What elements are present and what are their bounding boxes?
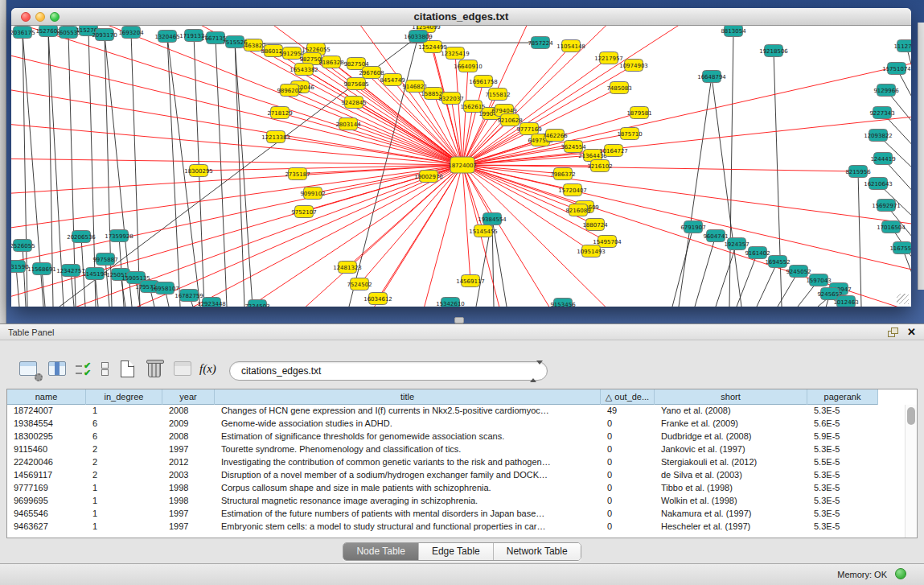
trash-icon[interactable]: [148, 359, 169, 380]
table-cell[interactable]: 2008: [162, 405, 215, 418]
table-cell[interactable]: 2003: [162, 469, 215, 482]
table-cell[interactable]: 0: [601, 521, 655, 534]
table-cell[interactable]: 1998: [162, 482, 215, 495]
table-cell[interactable]: Jankovic et al. (1997): [655, 443, 807, 456]
graph-node[interactable]: 1244419: [870, 153, 895, 165]
graph-node[interactable]: 9752107: [291, 206, 316, 218]
column-header-indegree[interactable]: in_degree: [86, 389, 162, 405]
graph-node[interactable]: 11568691: [27, 263, 56, 275]
table-cell[interactable]: Changes of HCN gene expression and I(f) …: [215, 405, 601, 418]
graph-node[interactable]: 2718129: [267, 107, 292, 119]
table-cell[interactable]: 0: [601, 456, 655, 469]
close-panel-icon[interactable]: ✕: [907, 326, 916, 338]
graph-node[interactable]: 16034612: [363, 293, 392, 305]
graph-node[interactable]: 9153456: [550, 299, 576, 307]
network-canvas[interactable]: 7463822886012859129541522605598275081654…: [11, 26, 911, 307]
table-cell[interactable]: 0: [601, 508, 655, 521]
table-cell[interactable]: Disruption of a novel member of a sodium…: [215, 469, 601, 482]
graph-node[interactable]: 2803144: [335, 118, 361, 130]
graph-node[interactable]: 7515526: [222, 36, 248, 48]
graph-node[interactable]: 16640910: [454, 60, 483, 72]
column-header-pagerank[interactable]: pagerank: [807, 389, 878, 405]
table-cell[interactable]: 0: [601, 469, 655, 482]
graph-node[interactable]: 8322037: [438, 93, 463, 105]
table-cell[interactable]: Dudbridge et al. (2008): [655, 431, 807, 443]
table-cell[interactable]: Genome-wide association studies in ADHD.: [215, 418, 601, 431]
network-view-window[interactable]: citations_edges.txt 74638228860128591295…: [11, 8, 911, 307]
table-cell[interactable]: 1997: [162, 443, 215, 456]
function-icon[interactable]: f(x): [199, 359, 220, 380]
graph-node[interactable]: 18300295: [184, 165, 213, 177]
table-cell[interactable]: Yano et al. (2008): [655, 405, 807, 418]
graph-node[interactable]: 1112753: [893, 40, 911, 52]
graph-node[interactable]: 19384554: [478, 213, 507, 225]
graph-node[interactable]: 2526055: [11, 240, 35, 252]
table-cell[interactable]: Tourette syndrome. Phenomenology and cla…: [215, 443, 601, 456]
table-cell[interactable]: 9463627: [7, 521, 86, 534]
table-cell[interactable]: 9699695: [7, 495, 86, 508]
graph-node[interactable]: 2093170: [92, 29, 117, 41]
table-cell[interactable]: 1: [86, 508, 162, 521]
graph-node[interactable]: 1694552: [765, 256, 790, 268]
table-cell[interactable]: Nakamura et al. (1997): [655, 508, 807, 521]
table-cell[interactable]: Wolkin et al. (1998): [655, 495, 807, 508]
graph-node[interactable]: 16961758: [469, 76, 498, 88]
table-row[interactable]: 1938455462009Genome-wide association stu…: [7, 418, 878, 431]
table-scrollbar[interactable]: [905, 405, 917, 538]
graph-node[interactable]: 9242845: [341, 97, 366, 109]
graph-node[interactable]: 6791907: [680, 221, 705, 233]
table-cell[interactable]: 1997: [162, 521, 215, 534]
graph-node[interactable]: 7986372: [550, 168, 575, 180]
table-cell[interactable]: 5.3E-5: [807, 469, 878, 482]
table-cell[interactable]: Structural magnetic resonance image aver…: [215, 495, 601, 508]
table-cell[interactable]: 0: [601, 482, 655, 495]
graph-node[interactable]: 9129966: [873, 84, 899, 97]
graph-node[interactable]: 8454749: [380, 74, 405, 86]
graph-node[interactable]: 12342757: [56, 265, 85, 277]
table-row[interactable]: 946362711997Embryonic stem cells: a mode…: [7, 521, 878, 534]
table-cell[interactable]: 1997: [162, 508, 215, 521]
column-header-short[interactable]: short: [655, 389, 807, 405]
graph-node[interactable]: 1879581: [626, 107, 651, 119]
table-cell[interactable]: 1: [86, 405, 162, 418]
table-cell[interactable]: 0: [601, 443, 655, 456]
table-cell[interactable]: Embryonic stem cells: a model to study s…: [215, 521, 601, 534]
table-cell[interactable]: 2: [86, 456, 162, 469]
column-header-outde[interactable]: △ out_de...: [601, 389, 655, 405]
table-cell[interactable]: de Silva et al. (2003): [655, 469, 807, 482]
graph-node[interactable]: 9227343: [869, 107, 894, 119]
table-cell[interactable]: 2: [86, 443, 162, 456]
graph-node[interactable]: 17359928: [105, 230, 133, 242]
tab-network-table[interactable]: Network Table: [494, 543, 581, 560]
graph-node[interactable]: 7524502: [347, 278, 372, 290]
graph-node[interactable]: 15751074: [882, 63, 911, 75]
graph-node[interactable]: 15720407: [558, 184, 587, 196]
table-cell[interactable]: 2009: [162, 418, 215, 431]
table-cell[interactable]: 0: [601, 418, 655, 431]
graph-node[interactable]: 1880724: [582, 219, 608, 231]
tab-node-table[interactable]: Node Table: [343, 543, 419, 560]
table-row[interactable]: 911546021997Tourette syndrome. Phenomeno…: [7, 443, 878, 456]
graph-node[interactable]: 9210628: [497, 114, 522, 126]
table-cell[interactable]: 22420046: [7, 456, 86, 469]
graph-node[interactable]: 16210643: [864, 178, 893, 190]
scrollbar-thumb[interactable]: [907, 407, 915, 425]
table-row[interactable]: 2242004622012Investigating the contribut…: [7, 456, 878, 469]
graph-node[interactable]: 1924357: [724, 238, 749, 250]
table-cell[interactable]: Tibbo et al. (1998): [655, 482, 807, 495]
graph-node[interactable]: 1167553: [889, 242, 911, 254]
table-row[interactable]: 1830029562008Estimation of significance …: [7, 431, 878, 443]
graph-node[interactable]: 7224503: [244, 300, 269, 307]
graph-node[interactable]: 2735187: [285, 168, 310, 180]
table-row[interactable]: 1872400712008Changes of HCN gene express…: [7, 405, 878, 418]
graph-node[interactable]: 9975887: [92, 253, 117, 266]
graph-node[interactable]: 9604741: [703, 230, 728, 242]
table-cell[interactable]: 5.3E-5: [807, 521, 878, 534]
graph-node[interactable]: 7462266: [542, 130, 568, 142]
column-chooser-icon[interactable]: [48, 359, 69, 380]
graph-node[interactable]: 16648794: [697, 71, 726, 83]
graph-node[interactable]: 18724007: [448, 157, 477, 173]
table-cell[interactable]: Franke et al. (2009): [655, 418, 807, 431]
graph-node[interactable]: 12093822: [864, 130, 893, 142]
network-window-titlebar[interactable]: citations_edges.txt: [11, 8, 911, 26]
